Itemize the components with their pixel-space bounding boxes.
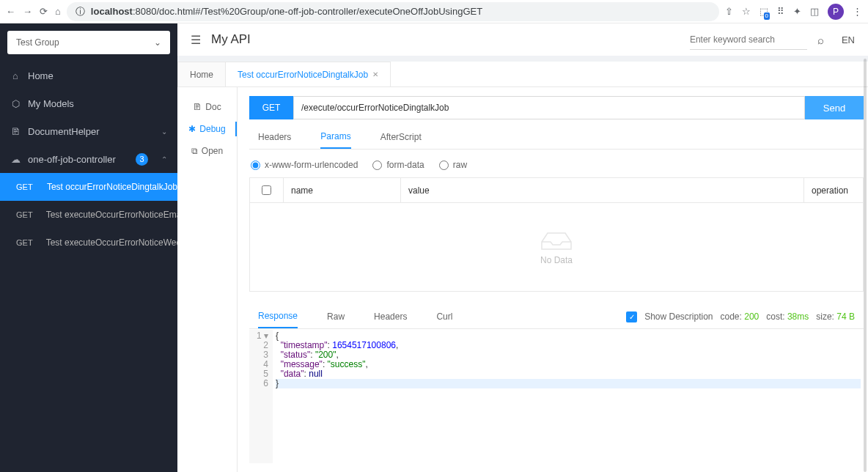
divider [177,56,868,62]
radio-formdata[interactable]: form-data [372,160,424,170]
search-icon[interactable]: ⌕ [817,34,824,46]
method-label: GET [16,182,34,191]
tab-response[interactable]: Response [258,305,298,328]
empty-state: No Data [250,203,863,291]
endpoint-label: Test occurErrorNoticeDingtalkJob [47,182,177,192]
address-bar[interactable]: ⓘ localhost:8080/doc.html#/Test%20Group/… [67,2,719,21]
bug-icon: ✱ [188,124,196,134]
reload-icon[interactable]: ⟳ [40,6,48,17]
request-panel: GET Send Headers Params AfterScript x-ww… [238,87,868,472]
open-icon: ⧉ [191,146,198,156]
response-editor[interactable]: 1 ▾23456 { "timestamp": 1654517100806, "… [249,330,864,463]
sidebar-item-controller[interactable]: ☁ one-off-job-controller 3 ⌃ [0,145,177,173]
show-desc-label[interactable]: Show Description [644,311,713,322]
language-toggle[interactable]: EN [842,34,855,45]
sidebar-item-dochelper[interactable]: 🖹 DocumentHelper ⌄ [0,117,177,145]
col-name: name [284,178,401,202]
doc-icon: 🖹 [10,126,21,137]
response-tabs: Response Raw Headers Curl ✓ Show Descrip… [249,305,864,329]
line-gutter: 1 ▾23456 [249,330,273,463]
method-label: GET [16,210,33,219]
url-input[interactable] [293,96,805,119]
star-icon[interactable]: ☆ [742,6,751,17]
mode-open[interactable]: ⧉ Open [177,140,237,162]
url-bar: GET Send [249,96,864,119]
puzzle-icon[interactable]: ✦ [793,6,801,17]
checkbox-icon[interactable]: ✓ [626,311,637,322]
sidebar-item-models[interactable]: ⬡ My Models [0,89,177,117]
search-input[interactable] [690,29,807,50]
mode-panel: 🖹 Doc ✱ Debug ⧉ Open [177,87,238,472]
empty-label: No Data [540,255,573,265]
apps-icon[interactable]: ◫ [810,6,819,17]
mode-label: Open [202,146,223,156]
group-label: Test Group [16,37,59,48]
group-selector[interactable]: Test Group ⌄ [7,31,170,54]
close-icon[interactable]: ✕ [372,70,378,78]
endpoint-item[interactable]: GET Test executeOccurErrorNoticeWechatJo… [0,229,177,257]
chevron-down-icon: ⌄ [154,37,161,48]
collapse-icon[interactable]: ☰ [191,33,201,47]
content-type-radios: x-www-form-urlencoded form-data raw [249,157,864,177]
translate-icon[interactable]: ⠿ [777,6,784,17]
chevron-up-icon: ⌃ [161,155,167,163]
radio-raw[interactable]: raw [439,160,467,170]
share-icon[interactable]: ⇧ [725,6,733,17]
status-code: 200 [744,311,759,322]
document-tabs: Home Test occurErrorNoticeDingtalkJob ✕ [177,62,868,87]
endpoint-item[interactable]: GET Test executeOccurErrorNoticeEmailJob [0,201,177,229]
mode-label: Doc [205,102,221,112]
endpoint-label: Test executeOccurErrorNoticeEmailJob [46,210,177,220]
tab-raw[interactable]: Raw [327,305,345,328]
send-button[interactable]: Send [805,96,864,119]
avatar[interactable]: P [828,4,844,20]
home-icon: ⌂ [10,70,21,81]
select-all-checkbox[interactable] [262,185,271,195]
tab-resp-headers[interactable]: Headers [374,305,407,328]
main-panel: ☰ My API ⌕ EN Home Test occurErrorNotice… [177,23,868,472]
forward-icon[interactable]: → [23,6,32,17]
sidebar-item-home[interactable]: ⌂ Home [0,62,177,89]
cloud-icon: ☁ [10,154,21,165]
radio-urlencoded[interactable]: x-www-form-urlencoded [251,160,358,170]
sidebar-item-label: My Models [28,98,74,109]
tab-headers[interactable]: Headers [258,125,291,149]
url-host: localhost [91,6,133,17]
back-icon[interactable]: ← [6,6,15,17]
endpoint-item[interactable]: GET Test occurErrorNoticeDingtalkJob [0,173,177,201]
inbox-icon [540,229,573,251]
scrollbar[interactable] [864,87,867,472]
mode-debug[interactable]: ✱ Debug [177,118,237,140]
col-operation: operation [804,178,863,202]
response-body[interactable]: { "timestamp": 1654517100806, "status": … [273,330,864,463]
tab-label: Home [190,70,213,80]
request-tabs: Headers Params AfterScript [249,125,864,150]
browser-chrome: ← → ⟳ ⌂ ⓘ localhost:8080/doc.html#/Test%… [0,0,868,23]
tab-curl[interactable]: Curl [436,305,452,328]
size-value: 74 B [836,311,855,322]
params-table: name value operation No Data [249,177,864,292]
header: ☰ My API ⌕ EN [177,23,868,56]
chevron-down-icon: ⌄ [161,128,167,136]
url-path: :8080/doc.html#/Test%20Group/one-off-job… [133,6,482,17]
models-icon: ⬡ [10,98,21,109]
extension-icon[interactable]: ⬚0 [760,6,768,17]
col-value: value [401,178,804,202]
mode-doc[interactable]: 🖹 Doc [177,96,237,118]
endpoint-label: Test executeOccurErrorNoticeWechatJob [46,237,177,248]
sidebar-item-label: DocumentHelper [28,126,100,137]
method-label: GET [16,238,33,247]
response-meta: ✓ Show Description code: 200 cost: 38ms … [626,311,855,322]
sidebar: Test Group ⌄ ⌂ Home ⬡ My Models 🖹 Docume… [0,23,177,472]
count-badge: 3 [136,153,148,166]
tab-label: Test occurErrorNoticeDingtalkJob [238,70,368,80]
menu-icon[interactable]: ⋮ [853,6,862,17]
tab-afterscript[interactable]: AfterScript [380,125,422,149]
http-method[interactable]: GET [249,96,293,119]
cost-value: 38ms [787,311,809,322]
tab-home[interactable]: Home [177,62,226,86]
tab-params[interactable]: Params [320,125,350,149]
page-title: My API [211,32,680,47]
tab-endpoint[interactable]: Test occurErrorNoticeDingtalkJob ✕ [225,62,391,86]
home-icon[interactable]: ⌂ [55,6,61,17]
